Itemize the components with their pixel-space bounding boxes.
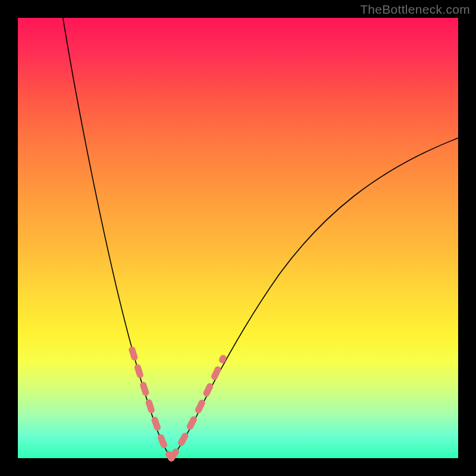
curve-left-branch bbox=[62, 15, 171, 458]
chart-frame: TheBottleneck.com bbox=[0, 0, 476, 476]
dotted-right bbox=[171, 358, 223, 458]
curve-right-branch bbox=[171, 137, 461, 458]
curve-layer bbox=[18, 18, 458, 458]
plot-area bbox=[18, 18, 458, 458]
watermark-text: TheBottleneck.com bbox=[360, 2, 470, 17]
dotted-left bbox=[132, 350, 171, 458]
